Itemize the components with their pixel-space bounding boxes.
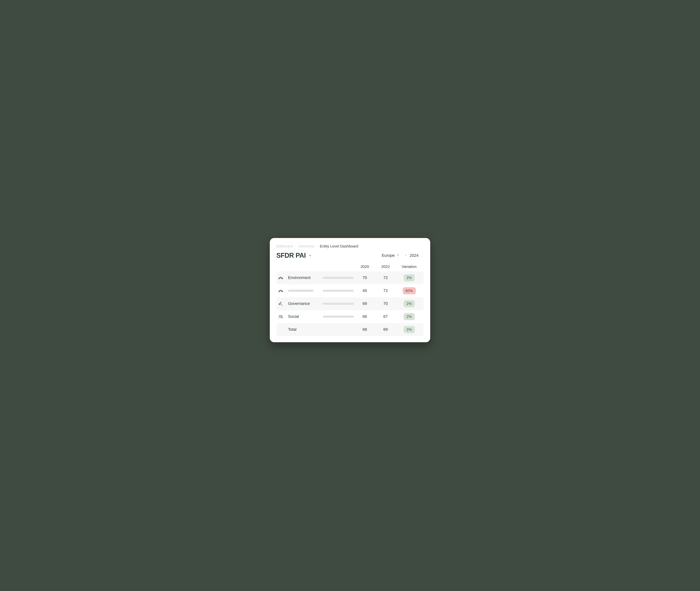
year-navigator: 2024	[404, 253, 424, 258]
year-prev-button[interactable]	[404, 254, 407, 257]
breadcrumb: Dahboard Overview Entity Level Dashboard	[276, 244, 424, 248]
row-year2: 67	[376, 314, 395, 319]
table-row[interactable]: Environment 70 72 2%	[276, 271, 424, 284]
row-year1: 66	[355, 314, 375, 319]
leaf-icon	[278, 288, 287, 293]
total-label: Total	[288, 327, 322, 332]
metrics-table: 2020 2022 Variation Environment 70 72 2%	[276, 264, 424, 336]
chevron-right-icon	[295, 244, 297, 248]
progress-bar	[323, 316, 354, 318]
svg-point-0	[279, 315, 280, 317]
header-controls: Europe 2024	[382, 253, 424, 258]
leaf-icon	[278, 275, 287, 280]
people-icon	[278, 314, 287, 319]
header-row: SFDR PAI Europe 2024	[276, 252, 424, 259]
variation-badge: 2%	[403, 300, 415, 307]
svg-point-1	[281, 316, 282, 317]
total-year1: 68	[355, 327, 375, 332]
table-row[interactable]: 45 72 60%	[276, 284, 424, 297]
row-year1: 69	[355, 301, 375, 306]
chevron-down-icon	[308, 254, 312, 257]
col-year2: 2022	[376, 264, 395, 269]
progress-bar	[323, 290, 354, 292]
breadcrumb-item-dashboard[interactable]: Dahboard	[276, 244, 293, 248]
row-year2: 70	[376, 301, 395, 306]
variation-badge: 2%	[403, 326, 415, 333]
breadcrumb-item-overview[interactable]: Overview	[299, 244, 314, 248]
table-row-total: Total 68 69 2%	[276, 323, 424, 336]
year-next-button[interactable]	[421, 254, 424, 257]
year-label: 2024	[409, 253, 419, 258]
col-year1: 2020	[355, 264, 375, 269]
table-row[interactable]: Governance 69 70 2%	[276, 297, 424, 310]
page-title: SFDR PAI	[276, 252, 306, 259]
table-header: 2020 2022 Variation	[276, 264, 424, 271]
variation-badge: 60%	[403, 287, 416, 294]
row-year1: 45	[355, 288, 375, 293]
table-row[interactable]: Social 66 67 2%	[276, 310, 424, 323]
progress-bar	[323, 303, 354, 305]
row-year1: 70	[355, 275, 375, 280]
col-variation: Variation	[396, 264, 422, 269]
row-year2: 72	[376, 275, 395, 280]
region-label: Europe	[382, 253, 395, 258]
row-label: Social	[288, 314, 322, 319]
variation-badge: 2%	[403, 274, 415, 281]
breadcrumb-item-current: Entity Level Dashboard	[320, 244, 358, 248]
gavel-icon	[278, 301, 287, 306]
dashboard-card: Dahboard Overview Entity Level Dashboard…	[270, 238, 430, 342]
total-year2: 69	[376, 327, 395, 332]
sort-updown-icon	[396, 253, 399, 258]
variation-badge: 2%	[403, 313, 415, 320]
progress-bar	[323, 277, 354, 279]
chevron-right-icon	[316, 244, 318, 248]
row-label: Governance	[288, 301, 322, 306]
title-dropdown[interactable]: SFDR PAI	[276, 252, 312, 259]
region-selector[interactable]: Europe	[382, 253, 399, 258]
row-label: Environment	[288, 275, 322, 280]
row-year2: 72	[376, 288, 395, 293]
skeleton-placeholder	[288, 289, 314, 292]
